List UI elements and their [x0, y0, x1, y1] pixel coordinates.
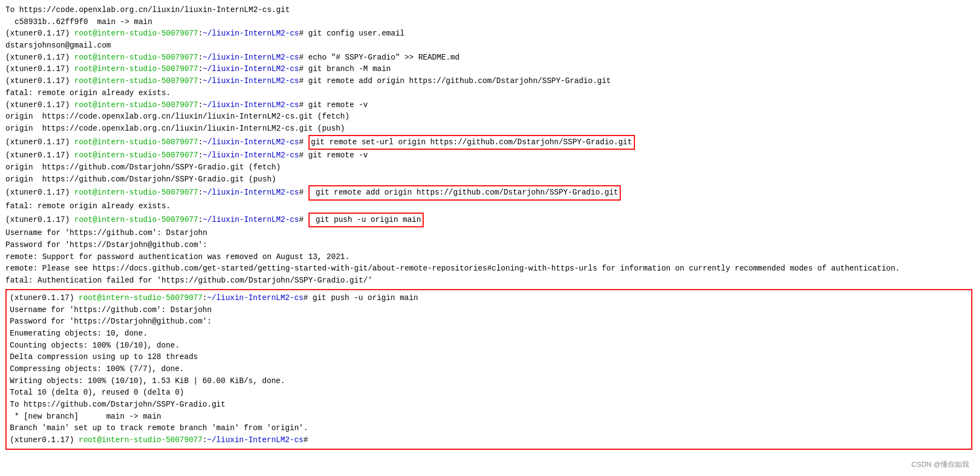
prompt-user: root@intern-studio-50079077: [74, 188, 198, 197]
text: (xtuner0.1.17): [5, 101, 74, 109]
text: remote: Support for password authenticat…: [5, 252, 349, 261]
line-7: (xtuner0.1.17) root@intern-studio-500790…: [5, 75, 975, 87]
text: (xtuner0.1.17): [5, 151, 74, 160]
line-18: (xtuner0.1.17) root@intern-studio-500790…: [5, 213, 975, 228]
prompt-user: root@intern-studio-50079077: [79, 293, 203, 302]
line-2: c58931b..62ff9f0 main -> main: [5, 16, 975, 28]
text: # echo "# SSPY-Gradio" >> README.md: [299, 53, 460, 62]
line-14: origin https://github.com/Dstarjohn/SSPY…: [5, 162, 975, 174]
prompt-user: root@intern-studio-50079077: [74, 64, 198, 73]
block-line-13: (xtuner0.1.17) root@intern-studio-500790…: [10, 434, 968, 446]
block-line-6: Delta compression using up to 128 thread…: [10, 351, 968, 363]
line-12: (xtuner0.1.17) root@intern-studio-500790…: [5, 135, 975, 150]
terminal: To https://code.openxlab.org.cn/liuxin/l…: [0, 0, 980, 454]
text: Writing objects: 100% (10/10), 1.53 KiB …: [10, 377, 285, 385]
text: # git remote -v: [299, 151, 368, 160]
text: Username for 'https://github.com': Dstar…: [5, 228, 207, 237]
text: Enumerating objects: 10, done.: [10, 329, 147, 338]
prompt-dir: ~/liuxin-InternLM2-cs: [203, 138, 299, 146]
text: To https://github.com/Dstarjohn/SSPY-Gra…: [10, 400, 225, 409]
line-8: fatal: remote origin already exists.: [5, 87, 975, 99]
text: To https://code.openxlab.org.cn/liuxin/l…: [5, 5, 290, 14]
text: (xtuner0.1.17): [10, 436, 79, 444]
highlighted-command-1: git remote set-url origin https://github…: [308, 135, 635, 150]
block-line-1: (xtuner0.1.17) root@intern-studio-500790…: [10, 292, 968, 304]
text: origin https://github.com/Dstarjohn/SSPY…: [5, 163, 281, 172]
text: # git config user.email: [299, 29, 405, 38]
line-3: (xtuner0.1.17) root@intern-studio-500790…: [5, 28, 975, 40]
text: # git remote add origin https://github.c…: [299, 77, 611, 85]
line-5: (xtuner0.1.17) root@intern-studio-500790…: [5, 52, 975, 64]
block-line-2: Username for 'https://github.com': Dstar…: [10, 304, 968, 316]
block-line-7: Compressing objects: 100% (7/7), done.: [10, 363, 968, 375]
text: (xtuner0.1.17): [5, 53, 74, 62]
text: Counting objects: 100% (10/10), done.: [10, 341, 180, 350]
prompt-user: root@intern-studio-50079077: [74, 215, 198, 224]
text: git remote set-url origin https://github…: [311, 138, 632, 146]
text: c58931b..62ff9f0 main -> main: [5, 17, 152, 26]
prompt-user: root@intern-studio-50079077: [74, 77, 198, 85]
text: # git remote -v: [299, 101, 368, 109]
block-line-5: Counting objects: 100% (10/10), done.: [10, 340, 968, 352]
line-20: Password for 'https://Dstarjohn@github.c…: [5, 239, 975, 251]
prompt-user: root@intern-studio-50079077: [74, 101, 198, 109]
prompt-dir: ~/liuxin-InternLM2-cs: [203, 215, 299, 224]
text: Username for 'https://github.com': Dstar…: [10, 305, 212, 314]
text: origin https://code.openxlab.org.cn/liux…: [5, 124, 345, 133]
highlighted-command-2: git remote add origin https://github.com…: [308, 185, 621, 201]
text: (xtuner0.1.17): [5, 215, 74, 224]
highlighted-command-3: git push -u origin main: [308, 213, 424, 228]
line-17: fatal: remote origin already exists.: [5, 201, 975, 213]
block-line-8: Writing objects: 100% (10/10), 1.53 KiB …: [10, 375, 968, 387]
text: dstarsjohnson@gmail.com: [5, 41, 111, 50]
block-line-4: Enumerating objects: 10, done.: [10, 328, 968, 340]
line-9: (xtuner0.1.17) root@intern-studio-500790…: [5, 99, 975, 111]
prompt-dir: ~/liuxin-InternLM2-cs: [203, 77, 299, 85]
prompt-dir: ~/liuxin-InternLM2-cs: [207, 436, 303, 444]
text: (xtuner0.1.17): [5, 77, 74, 85]
prompt-user: root@intern-studio-50079077: [74, 29, 198, 38]
line-10: origin https://code.openxlab.org.cn/liux…: [5, 111, 975, 123]
text: origin https://code.openxlab.org.cn/liux…: [5, 112, 349, 121]
text: # git branch -M main: [299, 64, 391, 73]
text: * [new branch] main -> main: [10, 412, 161, 421]
prompt-dir: ~/liuxin-InternLM2-cs: [207, 293, 303, 302]
text: remote: Please see https://docs.github.c…: [5, 264, 900, 273]
prompt-user: root@intern-studio-50079077: [79, 436, 203, 444]
prompt-user: root@intern-studio-50079077: [74, 138, 198, 146]
text: origin https://github.com/Dstarjohn/SSPY…: [5, 175, 276, 184]
text: # git push -u origin main: [304, 293, 418, 302]
text: (xtuner0.1.17): [5, 64, 74, 73]
block-line-12: Branch 'main' set up to track remote bra…: [10, 422, 968, 434]
text: fatal: Authentication failed for 'https:…: [5, 276, 372, 285]
text: (xtuner0.1.17): [5, 188, 74, 197]
prompt-dir: ~/liuxin-InternLM2-cs: [203, 53, 299, 62]
text: fatal: remote origin already exists.: [5, 202, 170, 210]
line-22: remote: Please see https://docs.github.c…: [5, 263, 975, 275]
text: Password for 'https://Dstarjohn@github.c…: [5, 240, 207, 249]
line-13: (xtuner0.1.17) root@intern-studio-500790…: [5, 150, 975, 162]
watermark: CSDN @懂你如我: [911, 460, 969, 469]
success-block: (xtuner0.1.17) root@intern-studio-500790…: [5, 289, 972, 450]
text: git push -u origin main: [311, 215, 421, 224]
line-11: origin https://code.openxlab.org.cn/liux…: [5, 123, 975, 135]
line-4: dstarsjohnson@gmail.com: [5, 40, 975, 52]
prompt-user: root@intern-studio-50079077: [74, 151, 198, 160]
text: Total 10 (delta 0), reused 0 (delta 0): [10, 388, 184, 397]
line-21: remote: Support for password authenticat…: [5, 251, 975, 263]
text: #: [299, 138, 308, 146]
text: #: [299, 188, 308, 197]
prompt-dir: ~/liuxin-InternLM2-cs: [203, 188, 299, 197]
text: Compressing objects: 100% (7/7), done.: [10, 365, 184, 373]
text: Password for 'https://Dstarjohn@github.c…: [10, 317, 212, 326]
prompt-user: root@intern-studio-50079077: [74, 53, 198, 62]
text: Delta compression using up to 128 thread…: [10, 352, 198, 361]
text: Branch 'main' set up to track remote bra…: [10, 424, 308, 432]
block-line-11: * [new branch] main -> main: [10, 411, 968, 423]
line-19: Username for 'https://github.com': Dstar…: [5, 227, 975, 239]
prompt-dir: ~/liuxin-InternLM2-cs: [203, 29, 299, 38]
block-line-9: Total 10 (delta 0), reused 0 (delta 0): [10, 387, 968, 399]
line-16: (xtuner0.1.17) root@intern-studio-500790…: [5, 185, 975, 201]
line-6: (xtuner0.1.17) root@intern-studio-500790…: [5, 63, 975, 75]
text: (xtuner0.1.17): [5, 29, 74, 38]
